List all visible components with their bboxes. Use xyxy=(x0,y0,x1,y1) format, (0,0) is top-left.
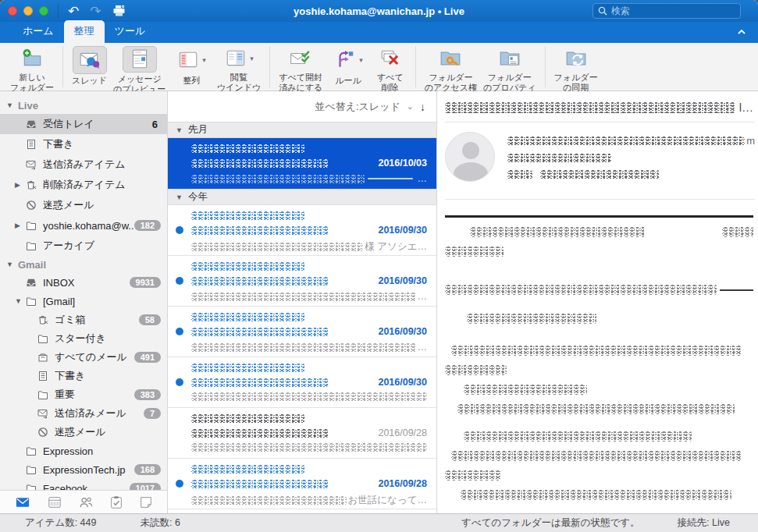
sidebar-item--[interactable]: すべてのメール491 xyxy=(0,348,167,367)
sidebar-item--[interactable]: 受信トレイ6 xyxy=(0,114,167,134)
sidebar-item--[interactable]: 迷惑メール xyxy=(0,195,167,215)
preview-suffix: … xyxy=(418,342,428,353)
disclosure-triangle-icon[interactable]: ▼ xyxy=(15,297,22,305)
sidebar-item--[interactable]: ゴミ箱58 xyxy=(0,310,167,329)
sort-by-label[interactable]: 並べ替え:スレッド xyxy=(315,100,400,114)
sidebar-item-yoshie-kohama-w-[interactable]: ▶yoshie.kohama@w...182 xyxy=(0,215,167,236)
mark-read-button[interactable]: すべて開封 済みにする xyxy=(276,44,326,90)
ribbon-button-label: 整列 xyxy=(183,76,200,86)
message-row[interactable]: 2016/09/28お世話になって… xyxy=(168,459,436,509)
sidebar-item--[interactable]: 下書き xyxy=(0,134,167,154)
folder-key-button[interactable]: フォルダー のアクセス権 xyxy=(422,44,480,90)
disclosure-triangle-icon[interactable]: ▼ xyxy=(176,126,183,134)
disclosure-triangle-icon[interactable]: ▼ xyxy=(6,261,13,268)
sidebar-item--gmail-[interactable]: ▼[Gmail] xyxy=(0,292,167,310)
module-tasks-icon[interactable] xyxy=(109,495,123,509)
module-notes-icon[interactable] xyxy=(139,495,153,509)
trash-icon xyxy=(26,179,37,190)
module-people-icon[interactable] xyxy=(78,495,94,509)
message-group-header[interactable]: ▼先月 xyxy=(168,122,436,138)
folder-label: ExpressionTech.jp xyxy=(43,464,134,476)
print-icon[interactable] xyxy=(112,5,126,17)
redacted-preview xyxy=(191,443,427,452)
message-row[interactable]: 2016/09/30 xyxy=(168,357,436,408)
delete-all-button[interactable]: すべて 削除 xyxy=(371,44,410,90)
folder-sync-button[interactable]: フォルダー の同期 xyxy=(551,44,601,90)
ribbon-button-label: 閲覧 ウインドウ xyxy=(217,73,261,93)
outlook-window: ↶ ↷ yoshie.kohama@wanichan.jp • Live 検索 … xyxy=(0,0,758,532)
arrange-button[interactable]: ▾整列 xyxy=(169,44,214,90)
zoom-button[interactable] xyxy=(39,6,48,16)
close-button[interactable] xyxy=(8,6,17,16)
dropdown-caret-icon[interactable]: ▾ xyxy=(359,56,363,64)
module-mail-icon[interactable] xyxy=(14,495,31,509)
sidebar-item-expressiontech-jp[interactable]: ExpressionTech.jp168 xyxy=(0,460,167,479)
folder-icon xyxy=(26,445,37,456)
message-row[interactable]: 2016/09/30… xyxy=(168,256,436,307)
ribbon-collapse-icon[interactable] xyxy=(736,27,747,37)
folder-props-button[interactable]: フォルダー のプロパティ xyxy=(480,44,539,90)
redacted-sender xyxy=(191,144,427,153)
folder-icon xyxy=(26,296,37,307)
search-input[interactable]: 検索 xyxy=(593,3,741,19)
tab-organize[interactable]: 整理 xyxy=(64,20,105,43)
dropdown-caret-icon[interactable]: ▾ xyxy=(250,55,254,62)
folder-icon xyxy=(37,333,48,344)
redacted-subject: 2016/09/28 xyxy=(191,427,427,438)
sidebar-item--[interactable]: 迷惑メール xyxy=(0,423,167,442)
sort-direction-icon[interactable]: ↓ xyxy=(420,101,425,113)
disclosure-triangle-icon[interactable]: ▶ xyxy=(15,181,20,189)
dropdown-caret-icon[interactable]: ▾ xyxy=(202,56,206,64)
sidebar-item-expression[interactable]: Expression xyxy=(0,442,167,460)
module-bar xyxy=(0,490,167,513)
message-row[interactable]: 2016/09/30様 アソシエ… xyxy=(168,205,436,256)
ribbon-group-divider xyxy=(62,46,63,87)
ribbon-group: スレッドメッセージ のプレビュー▾整列▾閲覧 ウインドウ xyxy=(65,44,268,90)
message-group-header[interactable]: ▼今年 xyxy=(168,189,436,205)
minimize-button[interactable] xyxy=(23,6,33,16)
count-badge: 182 xyxy=(134,220,161,231)
tab-home[interactable]: ホーム xyxy=(12,20,64,43)
redacted-sender xyxy=(191,414,427,423)
message-row[interactable]: 2016/10/03… xyxy=(168,138,436,189)
disclosure-triangle-icon[interactable]: ▼ xyxy=(176,193,183,201)
folder-label: 下書き xyxy=(55,369,167,383)
rules-button[interactable]: ▾ルール xyxy=(326,44,371,90)
message-list: 並べ替え:スレッド ⌄ ↓ ▼先月2016/10/03…▼今年2016/09/3… xyxy=(168,91,437,513)
disclosure-triangle-icon[interactable]: ▼ xyxy=(6,101,13,109)
sidebar-item--[interactable]: 送信済みアイテム xyxy=(0,154,167,175)
disclosure-triangle-icon[interactable]: ▶ xyxy=(15,222,20,229)
new-folder-button[interactable]: 新しい フォルダー xyxy=(7,44,57,90)
sidebar-item--[interactable]: 下書き xyxy=(0,367,167,385)
sidebar-item--[interactable]: 送信済みメール7 xyxy=(0,404,167,423)
sidebar-item--[interactable]: アーカイブ xyxy=(0,236,167,256)
sidebar-item--[interactable]: ▶削除済みアイテム xyxy=(0,175,167,195)
redo-icon[interactable]: ↷ xyxy=(90,5,101,18)
sidebar-item-facebook[interactable]: Facebook1017 xyxy=(0,479,167,490)
folder-label: 迷惑メール xyxy=(55,425,167,439)
folder-label: 削除済みアイテム xyxy=(43,178,167,192)
undo-icon[interactable]: ↶ xyxy=(68,5,79,18)
module-calendar-icon[interactable] xyxy=(47,495,62,509)
ribbon: 新しい フォルダースレッドメッセージ のプレビュー▾整列▾閲覧 ウインドウすべて… xyxy=(0,43,758,91)
sidebar-section-header[interactable]: ▼Gmail xyxy=(0,256,167,273)
ribbon-tab-bar: ホーム 整理 ツール xyxy=(0,22,758,43)
sidebar-section-header[interactable]: ▼Live xyxy=(0,97,167,114)
message-body xyxy=(445,207,755,500)
message-row[interactable]: 2016/09/28 xyxy=(168,408,436,459)
sidebar-section-name: Gmail xyxy=(18,259,46,271)
sidebar-item--[interactable]: スター付き xyxy=(0,329,167,348)
chevron-down-icon[interactable]: ⌄ xyxy=(407,101,414,112)
thread-button[interactable]: スレッド xyxy=(69,44,110,90)
sidebar-item--[interactable]: 重要383 xyxy=(0,385,167,404)
folder-label: アーカイブ xyxy=(43,239,167,253)
tab-tools[interactable]: ツール xyxy=(105,20,156,43)
arrange-icon: ▾ xyxy=(172,46,211,74)
message-row[interactable]: 2016/09/30… xyxy=(168,307,436,357)
sidebar-item-inbox[interactable]: INBOX9931 xyxy=(0,273,167,292)
folder-label: 送信済みアイテム xyxy=(43,158,167,172)
message-date: 2016/09/30 xyxy=(370,225,427,236)
reading-pane-button[interactable]: ▾閲覧 ウインドウ xyxy=(214,44,264,90)
preview-button[interactable]: メッセージ のプレビュー xyxy=(110,44,169,90)
junk-icon xyxy=(37,427,48,438)
